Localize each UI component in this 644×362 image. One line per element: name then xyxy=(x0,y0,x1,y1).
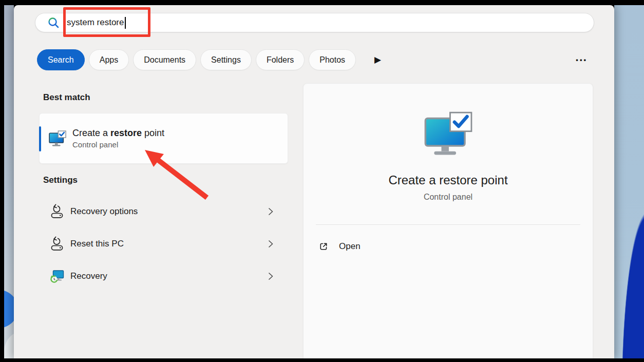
tab-settings[interactable]: Settings xyxy=(200,49,252,70)
open-action[interactable]: Open xyxy=(304,234,593,259)
best-match-subtitle: Control panel xyxy=(72,140,164,149)
text-caret xyxy=(125,17,126,29)
preview-panel: Create a restore point Control panel Ope… xyxy=(303,83,593,358)
search-icon xyxy=(47,16,60,29)
preview-title: Create a restore point xyxy=(388,173,507,187)
tab-apps[interactable]: Apps xyxy=(89,49,129,70)
preview-subtitle: Control panel xyxy=(424,193,472,202)
more-options-icon[interactable]: ••• xyxy=(576,49,588,70)
restore-point-monitor-icon xyxy=(424,111,473,157)
wallpaper-right-strip xyxy=(614,5,644,358)
reset-drive-icon xyxy=(49,204,65,219)
expand-tabs-icon[interactable]: ▶ xyxy=(374,55,381,64)
tab-folders[interactable]: Folders xyxy=(256,49,305,70)
desktop-screen: system restore Search Apps Documents Set… xyxy=(0,0,644,362)
result-recovery[interactable]: Recovery xyxy=(39,265,288,288)
result-reset-this-pc[interactable]: Reset this PC xyxy=(39,233,288,255)
result-recovery-options[interactable]: Recovery options xyxy=(39,200,288,223)
open-label: Open xyxy=(339,241,361,252)
reset-drive-icon xyxy=(49,236,65,252)
result-label: Reset this PC xyxy=(70,239,124,249)
selection-accent-bar xyxy=(39,126,41,151)
settings-heading: Settings xyxy=(43,175,78,185)
chevron-right-icon xyxy=(267,239,275,249)
search-query-text: system restore xyxy=(67,17,124,28)
wallpaper-left-strip xyxy=(4,5,14,358)
filter-tabs: Search Apps Documents Settings Folders P… xyxy=(37,49,381,70)
search-flyout: system restore Search Apps Documents Set… xyxy=(14,5,614,358)
result-label: Recovery options xyxy=(70,206,138,217)
settings-results-list: Recovery options Reset this PC xyxy=(39,200,288,297)
tab-search[interactable]: Search xyxy=(37,49,85,70)
search-input[interactable]: system restore xyxy=(35,13,594,32)
recovery-monitor-icon xyxy=(49,269,65,284)
tab-photos[interactable]: Photos xyxy=(309,49,356,70)
open-external-icon xyxy=(318,241,329,252)
chevron-right-icon xyxy=(267,206,275,217)
best-match-heading: Best match xyxy=(43,92,90,103)
result-label: Recovery xyxy=(70,271,107,281)
best-match-title: Create a restore point xyxy=(72,128,164,139)
restore-point-monitor-icon xyxy=(49,130,66,147)
tab-documents[interactable]: Documents xyxy=(133,49,196,70)
best-match-item[interactable]: Create a restore point Control panel xyxy=(39,113,288,164)
chevron-right-icon xyxy=(267,271,275,281)
divider xyxy=(316,224,580,225)
